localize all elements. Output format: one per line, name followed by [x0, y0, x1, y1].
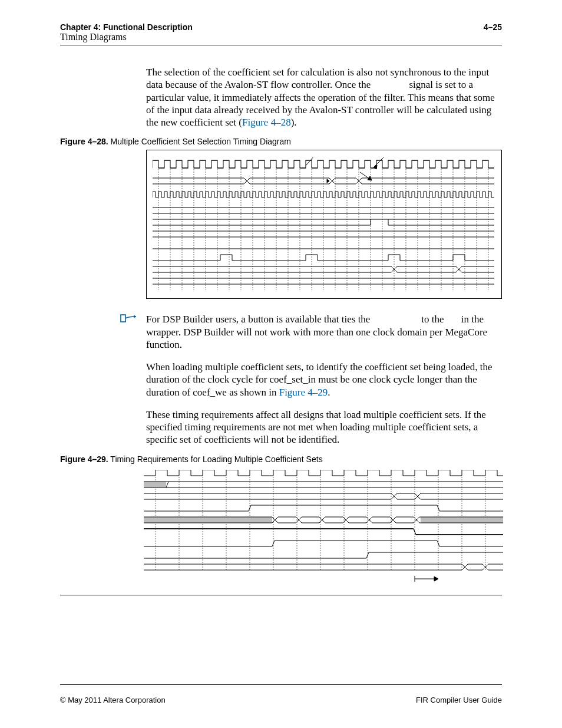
note-icon: [120, 313, 140, 326]
page-footer: © May 2011 Altera Corporation FIR Compil…: [60, 696, 502, 704]
svg-marker-32: [327, 179, 329, 183]
page-header: Chapter 4: Functional Description 4–25 T…: [60, 22, 502, 45]
footer-left: © May 2011 Altera Corporation: [60, 696, 166, 704]
svg-rect-53: [144, 517, 272, 523]
figure-29-bottom-rule: [60, 595, 502, 595]
figure-4-28-caption: Figure 4–28. Multiple Coefficient Set Se…: [60, 137, 502, 146]
svg-rect-54: [421, 517, 503, 523]
paragraph-1: The selection of the coefficient set for…: [146, 66, 502, 129]
svg-marker-36: [134, 315, 136, 318]
svg-rect-35: [121, 315, 125, 322]
figure-4-28-diagram: [146, 150, 502, 299]
footer-rule: [60, 684, 502, 685]
paragraph-3: These timing requirements affect all des…: [146, 409, 502, 446]
note-dsp-builder: For DSP Builder users, a button is avail…: [120, 313, 502, 351]
section-name: Timing Diagrams: [60, 32, 502, 42]
header-rule: [60, 45, 502, 45]
figure-link-4-29[interactable]: Figure 4–29: [279, 387, 328, 398]
svg-rect-52: [144, 482, 166, 487]
chapter-name: Chapter 4: Functional Description: [60, 22, 193, 32]
figure-4-29-caption: Figure 4–29. Timing Requirements for Loa…: [60, 454, 502, 464]
page-number: 4–25: [484, 22, 502, 32]
svg-line-0: [306, 157, 315, 166]
svg-marker-60: [434, 577, 438, 581]
figure-4-29-diagram: [144, 467, 502, 590]
footer-right: FIR Compiler User Guide: [416, 696, 502, 704]
paragraph-2: When loading multiple coefficient sets, …: [146, 361, 502, 398]
figure-link-4-28[interactable]: Figure 4–28: [242, 117, 291, 128]
